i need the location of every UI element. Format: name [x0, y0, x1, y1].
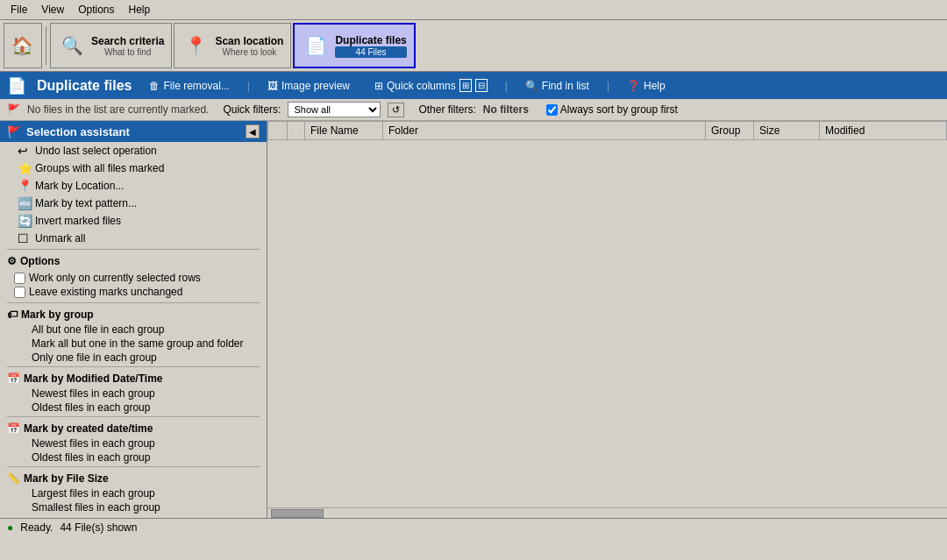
- h-scrollbar[interactable]: [267, 507, 947, 518]
- trash-icon: 🗑: [149, 80, 160, 92]
- help-button[interactable]: ❓ Help: [620, 76, 673, 96]
- group-icon: 🏷: [7, 308, 18, 321]
- duplicate-files-icon: 📄: [302, 32, 330, 60]
- groups-all-marked-item[interactable]: ⭐ Groups with all files marked: [0, 159, 267, 177]
- find-in-list-button[interactable]: 🔍 Find in list: [518, 76, 596, 96]
- all-but-one-folder-item[interactable]: Mark all but one in the same group and f…: [0, 337, 267, 351]
- col-group[interactable]: Group: [706, 122, 754, 140]
- smallest-item[interactable]: Smallest files in each group: [0, 500, 267, 514]
- status-files: 44 File(s) shown: [60, 521, 137, 534]
- home-button[interactable]: 🏠: [4, 23, 42, 68]
- divider1: [7, 249, 260, 250]
- invert-icon: 🔄: [18, 214, 32, 228]
- file-table[interactable]: File Name Folder Group Size Modified: [267, 121, 947, 507]
- oldest-created-item[interactable]: Oldest files in each group: [0, 450, 267, 464]
- other-filters-label: Other filters:: [418, 103, 475, 116]
- leave-existing-checkbox[interactable]: [14, 287, 25, 298]
- created-icon: 📅: [7, 422, 20, 435]
- panel-flag-icon: 🚩: [7, 125, 21, 138]
- file-list-panel: File Name Folder Group Size Modified: [267, 121, 947, 518]
- search-icon: 🔍: [58, 32, 86, 60]
- flag-icon: 🚩: [7, 103, 20, 116]
- other-filters-value: No filters: [483, 103, 529, 116]
- panel-header: 🚩 Selection assistant ◀: [0, 121, 267, 142]
- col-modified[interactable]: Modified: [820, 122, 947, 140]
- menu-file[interactable]: File: [4, 2, 34, 18]
- filter-refresh-button[interactable]: ↺: [388, 103, 404, 117]
- always-sort-checkbox[interactable]: [546, 104, 558, 116]
- home-icon: 🏠: [8, 32, 36, 60]
- marks-status: No files in the list are currently marke…: [27, 103, 209, 116]
- quick-filter-select[interactable]: Show all Show marked Show unmarked: [288, 102, 381, 117]
- only-one-item[interactable]: Only one file in each group: [0, 351, 267, 365]
- files-table: File Name Folder Group Size Modified: [267, 121, 947, 140]
- text-icon: 🔤: [18, 196, 32, 210]
- work-selected-checkbox[interactable]: [14, 273, 25, 284]
- search-criteria-label: Search criteria: [91, 35, 164, 47]
- search-criteria-sub: What to find: [91, 47, 164, 57]
- duplicate-files-count: 44 Files: [335, 46, 406, 58]
- grid-toggle-icon2: ⊟: [475, 79, 488, 92]
- status-bar: ● Ready. 44 File(s) shown: [0, 518, 947, 536]
- mark-by-size-header: 📏 Mark by File Size: [0, 469, 267, 486]
- newest-modified-item[interactable]: Newest files in each group: [0, 386, 267, 401]
- divider4: [7, 416, 260, 417]
- col-filename[interactable]: File Name: [305, 122, 383, 140]
- leave-existing-option: Leave existing marks unchanged: [14, 285, 260, 299]
- selection-assistant-panel: 🚩 Selection assistant ◀ ↩ Undo last sele…: [0, 121, 267, 518]
- oldest-modified-item[interactable]: Oldest files in each group: [0, 401, 267, 415]
- modified-icon: 📅: [7, 372, 20, 385]
- menu-options[interactable]: Options: [71, 2, 121, 18]
- panel-collapse-button[interactable]: ◀: [246, 124, 260, 138]
- scan-location-button[interactable]: 📍 Scan location Where to look: [174, 23, 291, 68]
- mark-by-created-header: 📅 Mark by created date/time: [0, 419, 267, 436]
- search-criteria-button[interactable]: 🔍 Search criteria What to find: [50, 23, 172, 68]
- options-icon: ⚙: [7, 255, 17, 267]
- invert-marks-item[interactable]: 🔄 Invert marked files: [0, 212, 267, 230]
- undo-select-item[interactable]: ↩ Undo last select operation: [0, 142, 267, 159]
- size-icon: 📏: [7, 472, 20, 485]
- columns-icon: ⊞: [374, 80, 383, 92]
- menu-view[interactable]: View: [34, 2, 71, 18]
- divider5: [7, 466, 260, 467]
- action-bar-title: Duplicate files: [37, 78, 132, 94]
- scan-location-label: Scan location: [215, 35, 283, 47]
- action-bar: 📄 Duplicate files 🗑 File removal... | 🖼 …: [0, 72, 947, 99]
- panel-title: Selection assistant: [26, 125, 130, 138]
- col-folder[interactable]: Folder: [382, 122, 705, 140]
- mark-by-location-item[interactable]: 📍 Mark by Location...: [0, 177, 267, 195]
- image-preview-button[interactable]: 🖼 Image preview: [260, 76, 357, 96]
- toolbar: 🏠 🔍 Search criteria What to find 📍 Scan …: [0, 20, 947, 72]
- menu-bar: File View Options Help: [0, 0, 947, 20]
- newest-created-item[interactable]: Newest files in each group: [0, 436, 267, 450]
- grid-toggle-icon: ⊞: [459, 79, 472, 92]
- options-section: Work only on currently selected rows Lea…: [0, 269, 267, 301]
- star-icon: ⭐: [18, 161, 32, 175]
- all-but-one-item[interactable]: All but one file in each group: [0, 323, 267, 337]
- mark-by-modified-header: 📅 Mark by Modified Date/Time: [0, 369, 267, 386]
- quick-columns-button[interactable]: ⊞ Quick columns ⊞ ⊟: [367, 75, 495, 96]
- col-size[interactable]: Size: [754, 122, 820, 140]
- help-icon: ❓: [627, 80, 640, 92]
- image-icon: 🖼: [267, 80, 278, 92]
- scan-icon: 📍: [182, 32, 210, 60]
- menu-help[interactable]: Help: [122, 2, 158, 18]
- unmark-all-item[interactable]: ☐ Unmark all: [0, 230, 267, 247]
- duplicate-files-button[interactable]: 📄 Duplicate files 44 Files: [293, 23, 415, 68]
- always-sort-label: Always sort by group first: [546, 103, 678, 116]
- status-indicator: ●: [7, 521, 13, 534]
- options-section-header: ⚙ Options: [0, 252, 267, 269]
- filter-bar: 🚩 No files in the list are currently mar…: [0, 99, 947, 121]
- largest-item[interactable]: Largest files in each group: [0, 486, 267, 500]
- file-removal-button[interactable]: 🗑 File removal...: [142, 76, 236, 96]
- divider3: [7, 366, 260, 367]
- action-bar-icon: 📄: [7, 76, 26, 96]
- mark-by-text-item[interactable]: 🔤 Mark by text pattern...: [0, 195, 267, 212]
- col-check: [268, 122, 288, 140]
- scan-location-sub: Where to look: [215, 47, 283, 57]
- col-icon: [288, 122, 305, 140]
- undo-icon: ↩: [18, 144, 32, 158]
- quick-filters-label: Quick filters:: [223, 103, 281, 116]
- status-ready: Ready.: [20, 521, 53, 534]
- mark-by-group-header: 🏷 Mark by group: [0, 305, 267, 323]
